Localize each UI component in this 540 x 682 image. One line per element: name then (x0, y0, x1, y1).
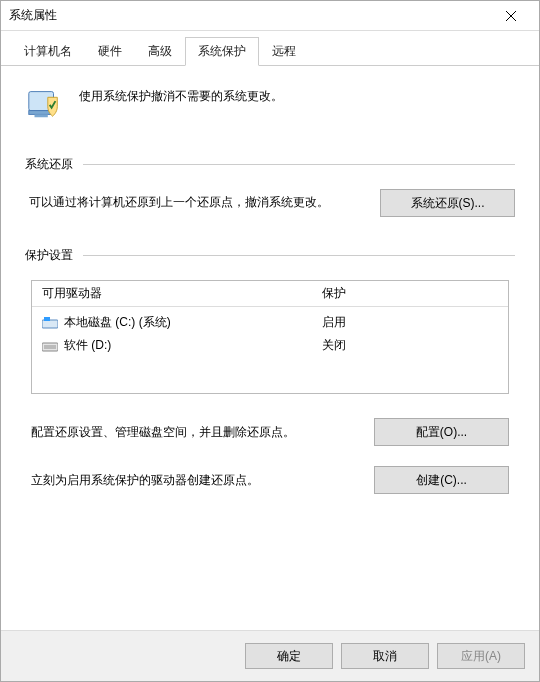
configure-desc: 配置还原设置、管理磁盘空间，并且删除还原点。 (31, 424, 354, 441)
tab-computer-name[interactable]: 计算机名 (11, 37, 85, 65)
column-protection: 保护 (322, 285, 498, 302)
tab-remote[interactable]: 远程 (259, 37, 309, 65)
system-restore-title: 系统还原 (25, 156, 73, 173)
drive-name: 本地磁盘 (C:) (系统) (64, 314, 171, 331)
section-protection-settings: 保护设置 可用驱动器 保护 本地磁盘 (C:) (系统 (25, 247, 515, 494)
configure-button[interactable]: 配置(O)... (374, 418, 509, 446)
tab-hardware[interactable]: 硬件 (85, 37, 135, 65)
close-icon (506, 11, 516, 21)
drive-protection: 关闭 (322, 337, 498, 354)
column-drive: 可用驱动器 (42, 285, 322, 302)
apply-button[interactable]: 应用(A) (437, 643, 525, 669)
table-row[interactable]: 本地磁盘 (C:) (系统) 启用 (32, 311, 508, 334)
drive-table-header: 可用驱动器 保护 (32, 281, 508, 307)
disk-icon (42, 340, 58, 352)
dialog-footer: 确定 取消 应用(A) (1, 630, 539, 681)
svg-rect-8 (44, 345, 56, 349)
svg-rect-4 (35, 114, 48, 117)
table-row[interactable]: 软件 (D:) 关闭 (32, 334, 508, 357)
intro-text: 使用系统保护撤消不需要的系统更改。 (79, 84, 283, 105)
svg-rect-5 (42, 320, 58, 328)
divider (83, 255, 515, 256)
tabstrip: 计算机名 硬件 高级 系统保护 远程 (1, 31, 539, 66)
create-row: 立刻为启用系统保护的驱动器创建还原点。 创建(C)... (25, 466, 515, 494)
close-button[interactable] (491, 2, 531, 30)
system-restore-desc: 可以通过将计算机还原到上一个还原点，撤消系统更改。 (25, 193, 360, 212)
tab-system-protection[interactable]: 系统保护 (185, 37, 259, 66)
create-button[interactable]: 创建(C)... (374, 466, 509, 494)
section-system-restore: 系统还原 可以通过将计算机还原到上一个还原点，撤消系统更改。 系统还原(S)..… (25, 156, 515, 217)
tab-advanced[interactable]: 高级 (135, 37, 185, 65)
system-protection-icon (25, 84, 63, 122)
system-properties-window: 系统属性 计算机名 硬件 高级 系统保护 远程 使用系统保护撤消不需要的系统更改… (0, 0, 540, 682)
drive-table: 可用驱动器 保护 本地磁盘 (C:) (系统) 启用 (31, 280, 509, 394)
titlebar: 系统属性 (1, 1, 539, 31)
create-desc: 立刻为启用系统保护的驱动器创建还原点。 (31, 472, 354, 489)
system-restore-button[interactable]: 系统还原(S)... (380, 189, 515, 217)
configure-row: 配置还原设置、管理磁盘空间，并且删除还原点。 配置(O)... (25, 418, 515, 446)
tab-content: 使用系统保护撤消不需要的系统更改。 系统还原 可以通过将计算机还原到上一个还原点… (1, 66, 539, 630)
intro-row: 使用系统保护撤消不需要的系统更改。 (25, 84, 515, 122)
drive-name: 软件 (D:) (64, 337, 111, 354)
cancel-button[interactable]: 取消 (341, 643, 429, 669)
divider (83, 164, 515, 165)
ok-button[interactable]: 确定 (245, 643, 333, 669)
svg-rect-6 (44, 317, 50, 321)
protection-settings-title: 保护设置 (25, 247, 73, 264)
drive-protection: 启用 (322, 314, 498, 331)
disk-icon (42, 317, 58, 329)
drive-table-body: 本地磁盘 (C:) (系统) 启用 软件 (D:) 关闭 (32, 307, 508, 393)
window-title: 系统属性 (9, 7, 491, 24)
